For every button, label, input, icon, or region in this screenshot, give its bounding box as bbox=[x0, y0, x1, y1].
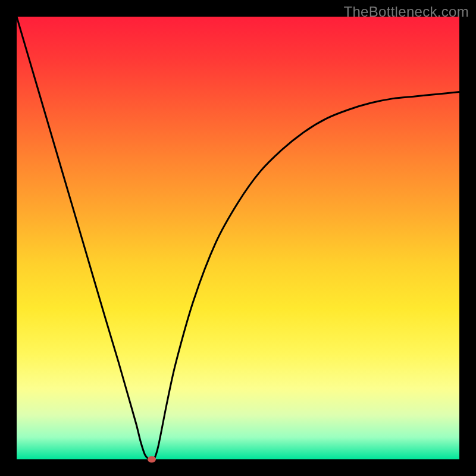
plot-area bbox=[17, 17, 459, 459]
watermark-text: TheBottleneck.com bbox=[343, 4, 469, 20]
optimal-point-marker bbox=[148, 456, 156, 463]
bottleneck-curve bbox=[17, 17, 459, 459]
chart-stage: TheBottleneck.com bbox=[0, 0, 476, 476]
curve-layer bbox=[17, 17, 459, 459]
